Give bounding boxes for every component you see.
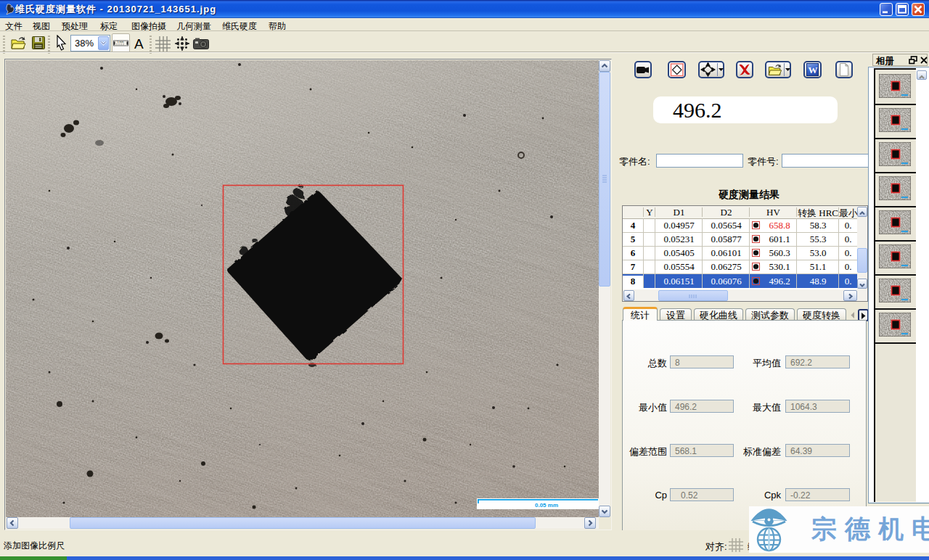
svg-text:5 mm: 5 mm — [118, 41, 124, 44]
svg-text:宗德机电: 宗德机电 — [811, 514, 929, 543]
svg-text:0.05 mm: 0.05 mm — [535, 502, 558, 508]
